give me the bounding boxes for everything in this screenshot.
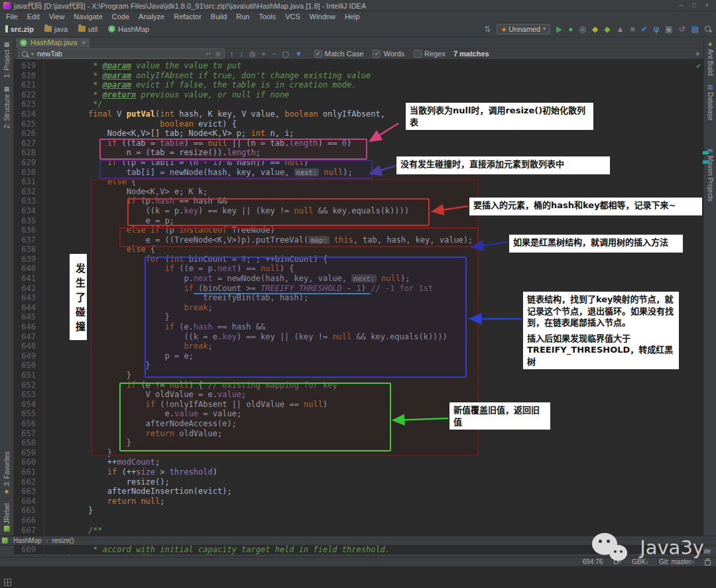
stop-icon[interactable]: ■ xyxy=(630,25,634,33)
line-number: 634 xyxy=(14,206,36,216)
menu-item-navigate[interactable]: Navigate xyxy=(69,13,107,21)
line-number: 650 xyxy=(14,361,36,371)
paste-icon[interactable]: ▤ xyxy=(691,25,699,33)
stripe-label: JRebel xyxy=(3,503,11,524)
jrebel-debug-icon[interactable]: ◆ xyxy=(604,25,610,33)
stripe-button-ant-build[interactable]: ◆Ant Build xyxy=(707,37,714,80)
option-label: Match Case xyxy=(325,50,364,58)
stripe-button-jrebel[interactable]: JRebel xyxy=(3,499,11,536)
menu-item-tools[interactable]: Tools xyxy=(254,13,280,21)
run-icon[interactable]: ▶ xyxy=(556,25,562,33)
jrebel-run-icon[interactable]: ◆ xyxy=(592,25,598,33)
menu-item-file[interactable]: File xyxy=(1,13,23,21)
remove-occurrence-icon[interactable]: − xyxy=(272,50,276,58)
coverage-icon[interactable]: ◎ xyxy=(579,25,586,33)
code-line: * @param onlyIfAbsent if true, don't cha… xyxy=(69,71,703,81)
code-line: ++modCount; xyxy=(69,457,703,467)
code-line: resize(); xyxy=(69,477,703,487)
line-number: 655 xyxy=(14,409,36,419)
menu-item-build[interactable]: Build xyxy=(206,13,231,21)
find-bar-close-icon[interactable]: × xyxy=(695,50,699,58)
prev-match-icon[interactable]: ↑ xyxy=(230,50,234,58)
line-number: 638 xyxy=(14,245,36,255)
maximize-button[interactable]: □ xyxy=(692,2,695,9)
tab-hashmap-java[interactable]: C HashMap.java × xyxy=(15,37,91,48)
revert-icon[interactable]: ↺ xyxy=(679,25,686,33)
toolwindow-anchor-icon[interactable] xyxy=(4,579,11,586)
bottom-breadcrumb-item[interactable]: HashMap xyxy=(13,537,42,544)
line-number: 640 xyxy=(14,264,36,274)
stripe-button-1-project[interactable]: ▦1: Project xyxy=(3,37,11,82)
menu-item-analyze[interactable]: Analyze xyxy=(134,13,169,21)
stripe-label: 1: Project xyxy=(3,50,11,78)
minimize-button[interactable]: ─ xyxy=(679,2,683,9)
line-number: 663 xyxy=(14,487,36,497)
menu-item-run[interactable]: Run xyxy=(231,13,254,21)
breadcrumb-separator: › xyxy=(46,537,48,544)
debug-icon[interactable]: ● xyxy=(568,25,573,33)
code-line: ((k = p.key) == key || (key != null && k… xyxy=(69,206,703,216)
zip-icon xyxy=(5,25,8,32)
breadcrumb-java[interactable]: java xyxy=(44,25,68,33)
menu-item-help[interactable]: Help xyxy=(340,13,365,21)
code-line: if (e != null) { // existing mapping for… xyxy=(69,381,703,390)
code-line: for (int binCount = 0; ; ++binCount) { xyxy=(69,255,703,265)
bottom-breadcrumb-item[interactable]: resize() xyxy=(52,537,74,544)
line-number: 636 xyxy=(14,225,36,235)
line-number: 645 xyxy=(14,312,36,322)
vcs-update-icon[interactable]: ψ xyxy=(654,25,660,33)
option-regex[interactable]: Regex xyxy=(414,50,446,58)
run-configuration-select[interactable]: ◆ Unnamed ▾ xyxy=(497,24,550,34)
select-all-occurrences-icon[interactable]: ▢ xyxy=(282,50,288,58)
code-line: ((k = e.key) == key || (key != null && k… xyxy=(69,332,703,342)
line-number: 652 xyxy=(14,381,36,390)
breadcrumb-util[interactable]: util xyxy=(78,25,97,33)
line-number: 630 xyxy=(14,168,36,178)
breadcrumb-HashMap[interactable]: CHashMap xyxy=(108,25,149,33)
inspection-ok-icon: ✔ xyxy=(696,62,701,70)
code-line: if (binCount >= TREEIFY_THRESHOLD - 1) /… xyxy=(69,284,703,294)
line-number: 656 xyxy=(14,419,36,429)
stripe-button-2-structure[interactable]: ▦2: Structure xyxy=(3,82,11,133)
folder-icon xyxy=(78,26,86,32)
search-history-chevron-icon[interactable]: ▾ xyxy=(31,51,34,57)
sync-toolwindows-icon[interactable]: ⇅ xyxy=(484,25,491,33)
menu-item-code[interactable]: Code xyxy=(107,13,134,21)
option-words[interactable]: ✓Words xyxy=(373,50,404,58)
next-match-icon[interactable]: ↓ xyxy=(240,50,244,58)
menu-item-refactor[interactable]: Refactor xyxy=(169,13,206,21)
line-number: 628 xyxy=(14,148,36,158)
code-line: final V putVal(int hash, K key, V value,… xyxy=(69,109,703,119)
menu-item-window[interactable]: Window xyxy=(305,13,340,21)
search-everywhere-icon[interactable] xyxy=(705,25,711,33)
filter-icon[interactable]: ▼ xyxy=(295,50,302,58)
tab-close-icon[interactable]: × xyxy=(82,39,86,46)
commit-check-icon[interactable]: ✔ xyxy=(641,25,648,33)
chevron-down-icon: ▾ xyxy=(543,26,546,32)
stripe-button-maven-projects[interactable]: mMaven Projects xyxy=(707,143,714,206)
option-match-case[interactable]: ✓Match Case xyxy=(314,50,364,58)
search-query: newTab xyxy=(37,50,62,58)
breadcrumb-src-zip[interactable]: src.zip xyxy=(5,25,34,33)
line-number: 629 xyxy=(14,158,36,168)
menu-item-vcs[interactable]: VCS xyxy=(280,13,305,21)
close-button[interactable]: × xyxy=(705,2,709,9)
search-input[interactable]: ▾ newTab ↵⊗ xyxy=(18,48,225,59)
line-number: 627 xyxy=(14,139,36,148)
menu-item-view[interactable]: View xyxy=(44,13,70,21)
stripe-button-database[interactable]: ▥Database xyxy=(707,80,714,125)
find-all-icon[interactable]: ◎ xyxy=(249,50,256,58)
line-number: 664 xyxy=(14,497,36,506)
menu-item-edit[interactable]: Edit xyxy=(23,13,44,21)
stripe-label: Ant Build xyxy=(707,49,714,76)
code-line: } xyxy=(69,371,703,381)
shelve-icon[interactable]: ▣ xyxy=(665,25,672,33)
line-number: 657 xyxy=(14,429,36,439)
add-occurrence-icon[interactable]: + xyxy=(262,50,266,58)
window-title: java代码 [D:\java代码] - X:\Program Files\Ja… xyxy=(14,0,366,11)
line-number: 661 xyxy=(14,467,36,477)
code-editor[interactable]: 6196206216226236246256266276286296306316… xyxy=(14,60,703,554)
line-number: 648 xyxy=(14,341,36,351)
profiler-icon[interactable]: ▲ xyxy=(616,25,624,33)
stripe-button-3-favorites[interactable]: 3: Favorites★ xyxy=(3,447,11,499)
